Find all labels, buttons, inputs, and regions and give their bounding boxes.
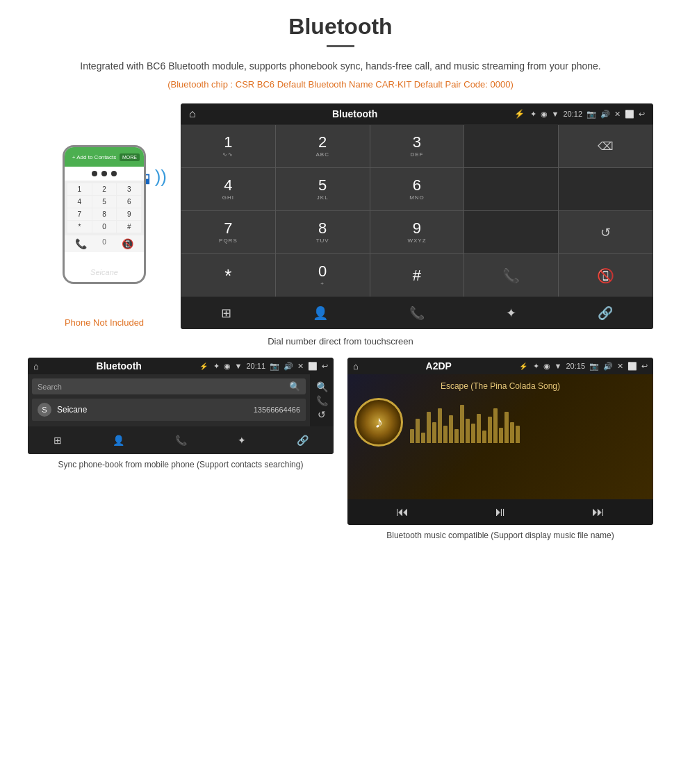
wifi-waves-icon: )) (155, 166, 167, 187)
waveform-bar (493, 408, 498, 443)
waveform-bar (488, 417, 492, 443)
music-bt-icon: ✦ (533, 362, 539, 371)
page-title: Bluetooth (28, 14, 653, 40)
empty-cell-3 (559, 168, 653, 210)
phone-call-green-icon: 📞 (75, 238, 87, 249)
pb-signal-icon: ▼ (235, 362, 243, 370)
contact-row[interactable]: S Seicane 13566664466 (32, 399, 306, 421)
nav-bt-icon[interactable]: ✦ (498, 303, 525, 324)
waveform-bar (410, 429, 414, 443)
music-screen-body: Escape (The Pina Colada Song) ♪ (347, 374, 653, 499)
watermark: Seicane (65, 268, 144, 276)
key-0[interactable]: 0+ (276, 254, 370, 297)
pb-call-icon[interactable]: 📞 (316, 395, 328, 406)
phone-key-9: 9 (117, 208, 141, 220)
pb-nav-phone-icon[interactable]: 📞 (167, 432, 195, 449)
time-display: 20:12 (563, 110, 582, 118)
pb-x-icon[interactable]: ✕ (297, 362, 304, 371)
refresh-key[interactable]: ↺ (559, 211, 653, 253)
phonebook-sidebar-actions: 🔍 📞 ↺ (310, 374, 334, 426)
search-bar[interactable]: Search 🔍 (32, 378, 306, 394)
waveform-bar (449, 415, 453, 443)
phone-dot3 (111, 171, 117, 176)
key-3[interactable]: 3DEF (370, 125, 464, 167)
pb-nav-grid-icon[interactable]: ⊞ (45, 432, 70, 449)
phone-key-2: 2 (92, 183, 117, 195)
back-icon[interactable]: ↩ (639, 110, 645, 119)
phone-key-4: 4 (67, 196, 92, 208)
phone-bottom-bar: 📞 0 📵 (65, 235, 144, 252)
music-caption: Bluetooth music compatible (Support disp… (347, 529, 653, 542)
pb-nav-bt-icon[interactable]: ✦ (229, 432, 254, 449)
nav-grid-icon[interactable]: ⊞ (213, 303, 240, 324)
music-x-icon[interactable]: ✕ (617, 362, 623, 371)
phone-key-star: * (67, 221, 92, 233)
key-6[interactable]: 6MNO (370, 168, 464, 210)
key-hash[interactable]: # (370, 254, 464, 297)
pb-nav-link-icon[interactable]: 🔗 (288, 432, 317, 449)
pb-loc-icon: ◉ (224, 362, 231, 371)
key-star[interactable]: * (181, 254, 275, 297)
search-icon: 🔍 (289, 381, 300, 392)
key-1[interactable]: 1∿∿ (181, 125, 275, 167)
phone-dot1 (92, 171, 97, 176)
music-statusbar: ⌂ A2DP ⚡ ✦ ◉ ▼ 20:15 📷 🔊 ✕ ⬜ ↩ (347, 358, 653, 374)
next-track-icon[interactable]: ⏭ (592, 505, 605, 519)
key-7[interactable]: 7PQRS (181, 211, 275, 253)
description-text: Integrated with BC6 Bluetooth module, su… (28, 58, 653, 74)
phone-side: ⬓ )) + Add to Contacts MORE 1 2 3 (28, 103, 181, 328)
music-title-bar: A2DP (364, 360, 514, 372)
phone-dot2 (101, 171, 107, 176)
waveform-bar (499, 428, 503, 443)
nav-person-icon[interactable]: 👤 (304, 303, 336, 324)
backspace-key[interactable]: ⌫ (559, 125, 653, 167)
pb-search-icon[interactable]: 🔍 (316, 381, 328, 392)
main-screen-caption: Dial number direct from touchscreen (28, 336, 653, 347)
prev-track-icon[interactable]: ⏮ (396, 505, 409, 519)
search-placeholder: Search (38, 383, 289, 391)
bt-icon: ✦ (530, 110, 536, 119)
title-divider (327, 45, 354, 47)
music-time: 20:15 (566, 362, 585, 370)
waveform-bar (432, 422, 436, 443)
pb-refresh-icon[interactable]: ↺ (318, 409, 326, 420)
empty-cell-2 (464, 168, 558, 210)
phone-not-included-label: Phone Not Included (28, 317, 181, 328)
music-back-icon[interactable]: ↩ (641, 362, 648, 371)
phone-keypad: 1 2 3 4 5 6 7 8 9 * 0 # (65, 181, 144, 235)
call-green-key[interactable]: 📞 (464, 254, 558, 297)
close-icon[interactable]: ✕ (614, 110, 621, 119)
home-icon[interactable]: ⌂ (189, 108, 196, 120)
key-2[interactable]: 2ABC (276, 125, 370, 167)
phone-key-3: 3 (117, 183, 141, 195)
waveform-bar (516, 426, 520, 443)
pb-nav-person-icon[interactable]: 👤 (104, 432, 133, 449)
key-5[interactable]: 5JKL (276, 168, 370, 210)
call-red-key[interactable]: 📵 (559, 254, 653, 297)
nav-phone-icon[interactable]: 📞 (401, 303, 433, 324)
pb-bottom-nav: ⊞ 👤 📞 ✦ 🔗 (28, 426, 334, 454)
screen-title: Bluetooth (202, 108, 509, 119)
empty-cell-4 (464, 211, 558, 253)
waveform-bar (504, 412, 509, 443)
usb-icon: ⚡ (514, 109, 525, 119)
volume-icon: 🔊 (600, 110, 610, 119)
album-art: ♪ (354, 398, 403, 447)
pb-home-icon[interactable]: ⌂ (33, 361, 39, 372)
waveform-bar (477, 414, 481, 443)
contact-letter: S (38, 403, 51, 417)
music-section: ⌂ A2DP ⚡ ✦ ◉ ▼ 20:15 📷 🔊 ✕ ⬜ ↩ Escape (T… (347, 358, 653, 542)
music-camera-icon: 📷 (589, 362, 599, 371)
pb-back-icon[interactable]: ↩ (322, 362, 328, 371)
statusbar-icons: ✦ ◉ ▼ 20:12 📷 🔊 ✕ ⬜ ↩ (530, 110, 645, 119)
music-home-icon[interactable]: ⌂ (353, 361, 359, 372)
nav-link-icon[interactable]: 🔗 (589, 303, 621, 324)
pb-win-icon: ⬜ (308, 362, 318, 371)
phone-mockup: + Add to Contacts MORE 1 2 3 4 5 6 7 8 (63, 145, 146, 284)
camera-icon: 📷 (586, 110, 596, 119)
key-9[interactable]: 9WXYZ (370, 211, 464, 253)
play-pause-icon[interactable]: ⏯ (494, 505, 507, 519)
waveform-bar (416, 419, 420, 443)
key-4[interactable]: 4GHI (181, 168, 275, 210)
key-8[interactable]: 8TUV (276, 211, 370, 253)
